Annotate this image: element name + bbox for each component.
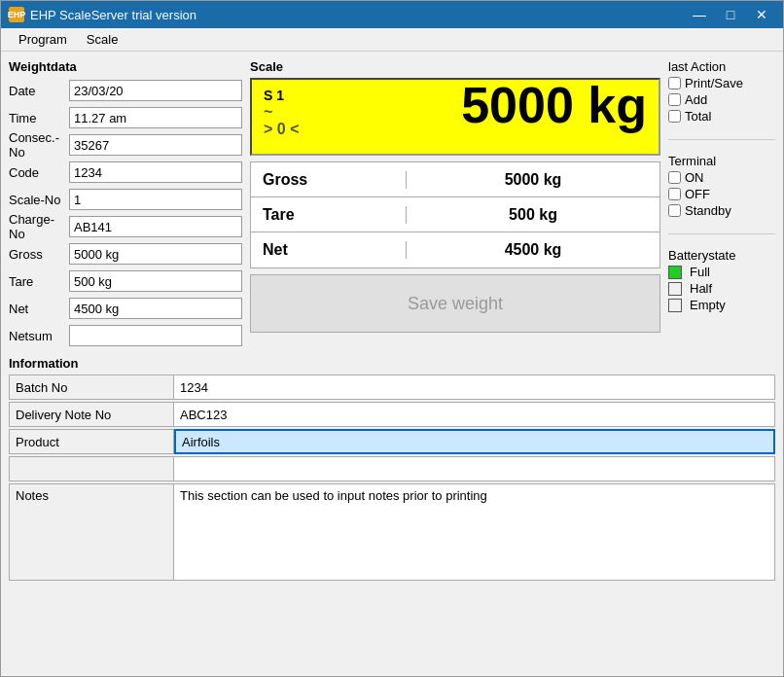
input-code[interactable] xyxy=(69,161,242,183)
label-off: OFF xyxy=(685,187,710,201)
label-battery-empty: Empty xyxy=(690,298,726,312)
field-code: Code xyxy=(9,160,242,185)
label-netsum: Netsum xyxy=(9,329,69,343)
checkbox-print-save: Print/Save xyxy=(668,76,775,90)
checkbox-on: ON xyxy=(668,170,775,185)
main-window: EHP EHP ScaleServer trial version — □ ✕ … xyxy=(0,0,784,677)
field-netsum: Netsum xyxy=(9,323,242,348)
field-date: Date xyxy=(9,78,242,103)
last-action-group: last Action Print/Save Add Total xyxy=(668,59,775,125)
scale-panel: Scale S 1 ~> 0 < 5000 kg Gross 5000 kg xyxy=(250,59,660,350)
checkbox-add-input[interactable] xyxy=(668,93,681,106)
label-standby: Standby xyxy=(685,203,731,218)
top-section: Weightdata Date Time Consec.-No Code xyxy=(9,59,775,350)
reading-net-value: 4500 kg xyxy=(407,241,659,259)
info-product-row: Product xyxy=(9,429,775,454)
label-add: Add xyxy=(685,92,707,107)
info-input-product[interactable] xyxy=(174,429,775,454)
label-code: Code xyxy=(9,165,69,180)
label-tare: Tare xyxy=(9,274,69,289)
label-print-save: Print/Save xyxy=(685,76,743,90)
input-time[interactable] xyxy=(69,107,242,128)
restore-button[interactable]: □ xyxy=(717,5,744,24)
menu-program[interactable]: Program xyxy=(9,30,77,49)
info-batch-no-row: Batch No xyxy=(9,374,775,400)
field-consecno: Consec.-No xyxy=(9,132,242,158)
reading-tare-value: 500 kg xyxy=(407,206,659,224)
label-time: Time xyxy=(9,111,69,125)
checkbox-off-input[interactable] xyxy=(668,188,681,200)
close-button[interactable]: ✕ xyxy=(748,5,775,24)
reading-net-label: Net xyxy=(251,241,407,259)
field-tare: Tare xyxy=(9,268,242,294)
battery-title: Batterystate xyxy=(668,248,775,263)
battery-group: Batterystate Full Half Empty xyxy=(668,248,775,314)
title-bar: EHP EHP ScaleServer trial version — □ ✕ xyxy=(1,1,783,28)
info-label-batch-no: Batch No xyxy=(9,374,174,400)
scale-zero-indicator: ~> 0 < xyxy=(264,103,299,138)
terminal-title: Terminal xyxy=(668,154,775,168)
field-net: Net xyxy=(9,296,242,321)
battery-full-indicator xyxy=(668,266,682,279)
minimize-button[interactable]: — xyxy=(686,5,713,24)
divider-2 xyxy=(668,233,775,234)
right-panel: last Action Print/Save Add Total xyxy=(668,59,775,350)
field-scaleno: Scale-No xyxy=(9,187,242,212)
reading-gross-value: 5000 kg xyxy=(407,171,659,189)
checkbox-standby-input[interactable] xyxy=(668,204,681,217)
info-input-batch-no[interactable] xyxy=(174,374,775,400)
input-net[interactable] xyxy=(69,298,242,319)
info-notes-row: Notes This section can be used to input … xyxy=(9,483,775,581)
label-net: Net xyxy=(9,302,69,316)
battery-empty-indicator xyxy=(668,299,682,312)
battery-empty-row: Empty xyxy=(668,298,775,312)
info-extra-label xyxy=(9,456,174,481)
battery-half-row: Half xyxy=(668,281,775,296)
checkbox-total: Total xyxy=(668,109,775,124)
input-consecno[interactable] xyxy=(69,134,242,156)
label-battery-half: Half xyxy=(690,281,712,296)
label-battery-full: Full xyxy=(690,265,710,279)
checkbox-total-input[interactable] xyxy=(668,110,681,123)
checkbox-on-input[interactable] xyxy=(668,171,681,184)
information-title: Information xyxy=(9,356,775,371)
checkbox-print-save-input[interactable] xyxy=(668,77,681,89)
scale-weight-display: 5000 kg xyxy=(461,80,647,130)
label-total: Total xyxy=(685,109,711,124)
save-weight-button[interactable]: Save weight xyxy=(250,274,660,333)
info-label-notes: Notes xyxy=(9,483,174,581)
input-date[interactable] xyxy=(69,80,242,101)
label-date: Date xyxy=(9,84,69,98)
label-on: ON xyxy=(685,170,704,185)
info-input-delivery-note[interactable] xyxy=(174,402,775,427)
reading-tare: Tare 500 kg xyxy=(251,197,659,232)
input-gross[interactable] xyxy=(69,243,242,265)
scale-display: S 1 ~> 0 < 5000 kg xyxy=(250,78,660,156)
label-consecno: Consec.-No xyxy=(9,130,69,160)
info-delivery-note-row: Delivery Note No xyxy=(9,402,775,427)
reading-gross-label: Gross xyxy=(251,171,407,189)
title-bar-left: EHP EHP ScaleServer trial version xyxy=(9,7,196,22)
terminal-group: Terminal ON OFF Standby xyxy=(668,154,775,220)
weightdata-panel: Weightdata Date Time Consec.-No Code xyxy=(9,59,242,350)
info-label-product: Product xyxy=(9,429,174,454)
divider-1 xyxy=(668,139,775,140)
scale-title: Scale xyxy=(250,59,660,74)
checkbox-add: Add xyxy=(668,92,775,107)
menu-bar: Program Scale xyxy=(1,28,783,52)
input-tare[interactable] xyxy=(69,270,242,292)
menu-scale[interactable]: Scale xyxy=(77,30,128,49)
input-netsum[interactable] xyxy=(69,325,242,346)
reading-gross: Gross 5000 kg xyxy=(251,162,659,197)
field-gross: Gross xyxy=(9,241,242,267)
input-chargeno[interactable] xyxy=(69,216,242,237)
info-input-notes[interactable]: This section can be used to input notes … xyxy=(174,483,775,581)
last-action-title: last Action xyxy=(668,59,775,74)
window-title: EHP ScaleServer trial version xyxy=(30,8,196,22)
field-chargeno: Charge-No xyxy=(9,214,242,239)
label-scaleno: Scale-No xyxy=(9,193,69,207)
label-gross: Gross xyxy=(9,247,69,262)
scale-readings: Gross 5000 kg Tare 500 kg Net 4500 kg xyxy=(250,161,660,268)
input-scaleno[interactable] xyxy=(69,189,242,210)
weightdata-title: Weightdata xyxy=(9,59,242,74)
